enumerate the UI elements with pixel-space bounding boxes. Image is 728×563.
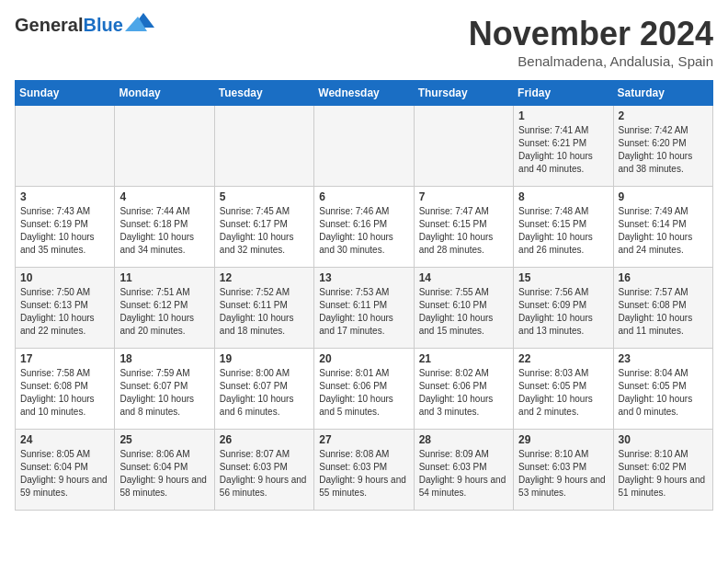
day-number: 12 bbox=[220, 271, 309, 284]
calendar-week-3: 10Sunrise: 7:50 AM Sunset: 6:13 PM Dayli… bbox=[16, 268, 713, 349]
calendar-header-row: SundayMondayTuesdayWednesdayThursdayFrid… bbox=[16, 81, 713, 106]
calendar-cell: 26Sunrise: 8:07 AM Sunset: 6:03 PM Dayli… bbox=[214, 430, 313, 511]
calendar-cell: 23Sunrise: 8:04 AM Sunset: 6:05 PM Dayli… bbox=[613, 349, 712, 430]
day-number: 27 bbox=[319, 433, 408, 446]
calendar-cell: 11Sunrise: 7:51 AM Sunset: 6:12 PM Dayli… bbox=[115, 268, 214, 349]
day-number: 15 bbox=[518, 271, 608, 284]
day-info: Sunrise: 7:49 AM Sunset: 6:14 PM Dayligh… bbox=[619, 205, 708, 257]
day-info: Sunrise: 7:43 AM Sunset: 6:19 PM Dayligh… bbox=[20, 205, 109, 257]
day-number: 10 bbox=[20, 271, 109, 284]
calendar-cell: 22Sunrise: 8:03 AM Sunset: 6:05 PM Dayli… bbox=[514, 349, 613, 430]
calendar-cell: 7Sunrise: 7:47 AM Sunset: 6:15 PM Daylig… bbox=[414, 187, 513, 268]
day-info: Sunrise: 7:55 AM Sunset: 6:10 PM Dayligh… bbox=[419, 286, 508, 338]
day-number: 28 bbox=[419, 433, 508, 446]
day-number: 11 bbox=[119, 271, 209, 284]
day-number: 24 bbox=[20, 433, 109, 446]
calendar-cell: 24Sunrise: 8:05 AM Sunset: 6:04 PM Dayli… bbox=[16, 430, 115, 511]
calendar-cell bbox=[314, 106, 414, 187]
day-info: Sunrise: 8:06 AM Sunset: 6:04 PM Dayligh… bbox=[119, 448, 209, 500]
day-info: Sunrise: 7:47 AM Sunset: 6:15 PM Dayligh… bbox=[419, 205, 508, 257]
header-wednesday: Wednesday bbox=[314, 81, 414, 106]
calendar-cell: 30Sunrise: 8:10 AM Sunset: 6:02 PM Dayli… bbox=[613, 430, 712, 511]
day-number: 2 bbox=[619, 109, 708, 122]
day-info: Sunrise: 8:08 AM Sunset: 6:03 PM Dayligh… bbox=[319, 448, 408, 500]
calendar-cell: 4Sunrise: 7:44 AM Sunset: 6:18 PM Daylig… bbox=[115, 187, 214, 268]
day-number: 17 bbox=[20, 352, 109, 365]
day-number: 4 bbox=[119, 190, 209, 203]
day-info: Sunrise: 7:45 AM Sunset: 6:17 PM Dayligh… bbox=[220, 205, 309, 257]
day-info: Sunrise: 7:51 AM Sunset: 6:12 PM Dayligh… bbox=[119, 286, 209, 338]
calendar-cell: 18Sunrise: 7:59 AM Sunset: 6:07 PM Dayli… bbox=[115, 349, 214, 430]
day-info: Sunrise: 8:10 AM Sunset: 6:02 PM Dayligh… bbox=[619, 448, 708, 500]
day-number: 14 bbox=[419, 271, 508, 284]
calendar-cell bbox=[115, 106, 214, 187]
logo-icon bbox=[125, 11, 154, 31]
day-info: Sunrise: 7:59 AM Sunset: 6:07 PM Dayligh… bbox=[119, 367, 209, 419]
logo-general: General bbox=[15, 15, 83, 35]
location-title: Benalmadena, Andalusia, Spain bbox=[469, 53, 713, 69]
month-title: November 2024 bbox=[469, 15, 713, 53]
calendar-cell: 15Sunrise: 7:56 AM Sunset: 6:09 PM Dayli… bbox=[514, 268, 613, 349]
calendar-cell: 16Sunrise: 7:57 AM Sunset: 6:08 PM Dayli… bbox=[613, 268, 712, 349]
day-info: Sunrise: 7:52 AM Sunset: 6:11 PM Dayligh… bbox=[220, 286, 309, 338]
day-info: Sunrise: 7:56 AM Sunset: 6:09 PM Dayligh… bbox=[518, 286, 608, 338]
header-thursday: Thursday bbox=[414, 81, 513, 106]
calendar-cell: 21Sunrise: 8:02 AM Sunset: 6:06 PM Dayli… bbox=[414, 349, 513, 430]
day-number: 3 bbox=[20, 190, 109, 203]
day-info: Sunrise: 8:02 AM Sunset: 6:06 PM Dayligh… bbox=[419, 367, 508, 419]
calendar-cell: 6Sunrise: 7:46 AM Sunset: 6:16 PM Daylig… bbox=[314, 187, 414, 268]
day-info: Sunrise: 7:53 AM Sunset: 6:11 PM Dayligh… bbox=[319, 286, 408, 338]
day-number: 9 bbox=[619, 190, 708, 203]
day-number: 1 bbox=[518, 109, 608, 122]
calendar-cell: 19Sunrise: 8:00 AM Sunset: 6:07 PM Dayli… bbox=[214, 349, 313, 430]
day-number: 26 bbox=[220, 433, 309, 446]
header-sunday: Sunday bbox=[16, 81, 115, 106]
day-info: Sunrise: 7:46 AM Sunset: 6:16 PM Dayligh… bbox=[319, 205, 408, 257]
calendar-cell: 1Sunrise: 7:41 AM Sunset: 6:21 PM Daylig… bbox=[514, 106, 613, 187]
page-header: GeneralBlue November 2024 Benalmadena, A… bbox=[15, 15, 713, 69]
calendar-cell: 9Sunrise: 7:49 AM Sunset: 6:14 PM Daylig… bbox=[613, 187, 712, 268]
day-number: 18 bbox=[119, 352, 209, 365]
calendar-cell: 2Sunrise: 7:42 AM Sunset: 6:20 PM Daylig… bbox=[613, 106, 712, 187]
day-number: 5 bbox=[220, 190, 309, 203]
calendar-week-1: 1Sunrise: 7:41 AM Sunset: 6:21 PM Daylig… bbox=[16, 106, 713, 187]
day-info: Sunrise: 8:07 AM Sunset: 6:03 PM Dayligh… bbox=[220, 448, 309, 500]
day-info: Sunrise: 8:03 AM Sunset: 6:05 PM Dayligh… bbox=[518, 367, 608, 419]
day-info: Sunrise: 7:41 AM Sunset: 6:21 PM Dayligh… bbox=[518, 124, 608, 176]
calendar-cell bbox=[414, 106, 513, 187]
day-info: Sunrise: 8:05 AM Sunset: 6:04 PM Dayligh… bbox=[20, 448, 109, 500]
calendar-cell: 12Sunrise: 7:52 AM Sunset: 6:11 PM Dayli… bbox=[214, 268, 313, 349]
calendar-cell: 29Sunrise: 8:10 AM Sunset: 6:03 PM Dayli… bbox=[514, 430, 613, 511]
day-number: 25 bbox=[119, 433, 209, 446]
day-info: Sunrise: 8:09 AM Sunset: 6:03 PM Dayligh… bbox=[419, 448, 508, 500]
calendar-cell: 8Sunrise: 7:48 AM Sunset: 6:15 PM Daylig… bbox=[514, 187, 613, 268]
day-number: 19 bbox=[220, 352, 309, 365]
calendar-cell bbox=[16, 106, 115, 187]
calendar-cell: 25Sunrise: 8:06 AM Sunset: 6:04 PM Dayli… bbox=[115, 430, 214, 511]
day-info: Sunrise: 7:48 AM Sunset: 6:15 PM Dayligh… bbox=[518, 205, 608, 257]
day-info: Sunrise: 7:58 AM Sunset: 6:08 PM Dayligh… bbox=[20, 367, 109, 419]
calendar-cell: 17Sunrise: 7:58 AM Sunset: 6:08 PM Dayli… bbox=[16, 349, 115, 430]
header-monday: Monday bbox=[115, 81, 214, 106]
calendar-cell: 13Sunrise: 7:53 AM Sunset: 6:11 PM Dayli… bbox=[314, 268, 414, 349]
calendar-cell: 14Sunrise: 7:55 AM Sunset: 6:10 PM Dayli… bbox=[414, 268, 513, 349]
day-number: 22 bbox=[518, 352, 608, 365]
day-number: 29 bbox=[518, 433, 608, 446]
day-number: 21 bbox=[419, 352, 508, 365]
calendar-cell bbox=[214, 106, 313, 187]
day-number: 7 bbox=[419, 190, 508, 203]
calendar-cell: 3Sunrise: 7:43 AM Sunset: 6:19 PM Daylig… bbox=[16, 187, 115, 268]
day-number: 23 bbox=[619, 352, 708, 365]
logo-blue: Blue bbox=[83, 15, 122, 35]
header-saturday: Saturday bbox=[613, 81, 712, 106]
day-number: 20 bbox=[319, 352, 408, 365]
calendar-cell: 20Sunrise: 8:01 AM Sunset: 6:06 PM Dayli… bbox=[314, 349, 414, 430]
header-friday: Friday bbox=[514, 81, 613, 106]
header-tuesday: Tuesday bbox=[214, 81, 313, 106]
day-info: Sunrise: 8:04 AM Sunset: 6:05 PM Dayligh… bbox=[619, 367, 708, 419]
day-info: Sunrise: 7:57 AM Sunset: 6:08 PM Dayligh… bbox=[619, 286, 708, 338]
day-info: Sunrise: 8:10 AM Sunset: 6:03 PM Dayligh… bbox=[518, 448, 608, 500]
day-number: 16 bbox=[619, 271, 708, 284]
day-number: 6 bbox=[319, 190, 408, 203]
day-number: 13 bbox=[319, 271, 408, 284]
